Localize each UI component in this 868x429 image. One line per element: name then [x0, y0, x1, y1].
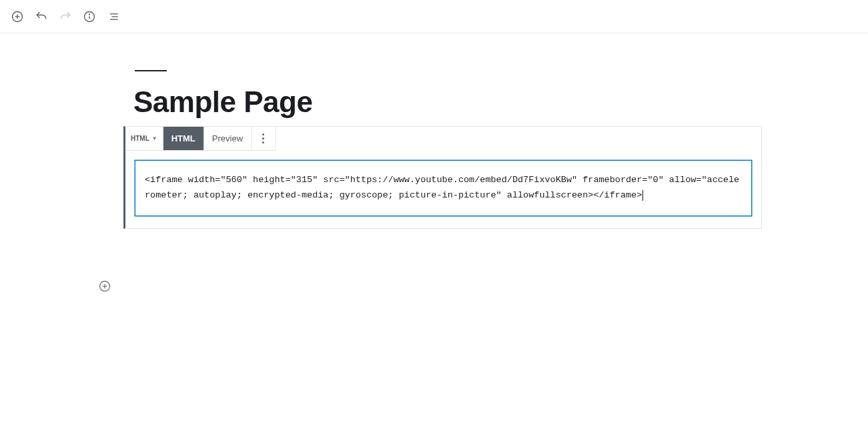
title-block[interactable]: Sample Page: [133, 70, 762, 118]
block-navigation-button[interactable]: [101, 5, 125, 29]
undo-button[interactable]: [29, 5, 53, 29]
block-type-switcher[interactable]: HTML ▼: [125, 127, 163, 151]
add-block-below-button[interactable]: [97, 279, 112, 294]
add-block-button[interactable]: [5, 5, 29, 29]
editor-top-toolbar: [0, 0, 868, 33]
html-block[interactable]: HTML ▼ HTML Preview <iframe width="560" …: [123, 126, 762, 229]
content-info-button[interactable]: [77, 5, 101, 29]
plus-circle-icon: [11, 10, 24, 23]
plus-circle-icon: [98, 280, 111, 293]
text-caret: [642, 190, 643, 201]
redo-icon: [59, 10, 72, 23]
code-text: <iframe width="560" height="315" src="ht…: [145, 175, 739, 200]
block-more-options[interactable]: [252, 127, 276, 151]
svg-point-5: [89, 14, 90, 15]
block-type-label: HTML: [131, 135, 149, 142]
title-rule: [135, 70, 167, 71]
tab-preview[interactable]: Preview: [204, 127, 252, 151]
more-vertical-icon: [262, 133, 264, 143]
outline-icon: [107, 10, 120, 23]
chevron-down-icon: ▼: [152, 135, 157, 141]
html-code-input[interactable]: <iframe width="560" height="315" src="ht…: [135, 160, 752, 216]
page-title[interactable]: Sample Page: [133, 86, 762, 118]
info-icon: [83, 10, 96, 23]
redo-button: [53, 5, 77, 29]
undo-icon: [35, 10, 48, 23]
block-toolbar: HTML ▼ HTML Preview: [125, 126, 276, 151]
tab-html[interactable]: HTML: [163, 127, 204, 151]
editor-content: Sample Page HTML ▼ HTML Preview <iframe …: [0, 33, 868, 229]
